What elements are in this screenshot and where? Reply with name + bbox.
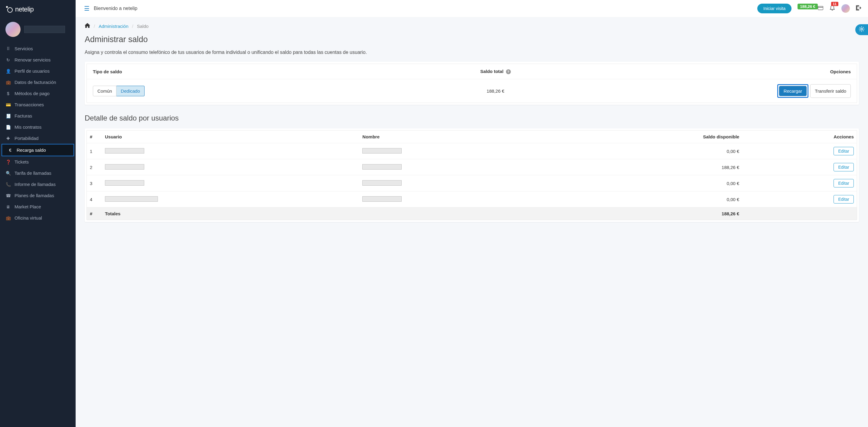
sidebar-item-facturas[interactable]: 🧾Facturas bbox=[0, 110, 75, 121]
recharge-button[interactable]: Recargar bbox=[779, 86, 807, 96]
table-row: 2188,26 €Editar bbox=[87, 159, 857, 175]
sidebar-profile[interactable] bbox=[0, 19, 75, 43]
sidebar-item-tickets[interactable]: ❓Tickets bbox=[0, 156, 75, 168]
sidebar-nav: ⠿Servicios↻Renovar servicios👤Perfil de u… bbox=[0, 43, 75, 224]
svg-rect-1 bbox=[818, 7, 823, 7]
balance-panel: Tipo de saldo Saldo total ? Opciones Com… bbox=[85, 62, 859, 105]
row-number: 1 bbox=[87, 143, 102, 159]
wallet-icon bbox=[818, 5, 823, 11]
sidebar-item-transacciones[interactable]: 💳Transacciones bbox=[0, 99, 75, 110]
sidebar-item-portabilidad[interactable]: ✚Portabilidad bbox=[0, 133, 75, 144]
table-row: 30,00 €Editar bbox=[87, 175, 857, 191]
doc-icon: 🧾 bbox=[5, 114, 11, 118]
sidebar-item-label: Market Place bbox=[14, 204, 41, 209]
sidebar: netelip ⠿Servicios↻Renovar servicios👤Per… bbox=[0, 0, 75, 427]
card-icon: 💳 bbox=[5, 102, 11, 107]
user-icon: 👤 bbox=[5, 69, 11, 74]
toggle-dedicated[interactable]: Dedicado bbox=[117, 86, 144, 96]
sidebar-item-label: Mis contratos bbox=[14, 124, 41, 130]
edit-button[interactable]: Editar bbox=[834, 195, 854, 203]
dollar-icon: $ bbox=[5, 91, 11, 96]
page-description: Asigna y controla el consumo telefónico … bbox=[85, 50, 859, 55]
sidebar-item-planes-de-llamadas[interactable]: ☎Planes de llamadas bbox=[0, 190, 75, 201]
balance-badge: 188,26 € bbox=[798, 4, 818, 9]
sidebar-item-label: Facturas bbox=[14, 113, 32, 118]
edit-button[interactable]: Editar bbox=[834, 163, 854, 171]
row-number: 4 bbox=[87, 191, 102, 207]
brand-logo[interactable]: netelip bbox=[0, 0, 75, 19]
sidebar-item-recarga-saldo[interactable]: €Recarga saldo bbox=[1, 144, 74, 156]
total-balance-value: 188,26 € bbox=[377, 88, 614, 93]
sidebar-item-mis-contratos[interactable]: 📄Mis contratos bbox=[0, 121, 75, 133]
edit-button[interactable]: Editar bbox=[834, 147, 854, 155]
sidebar-item-métodos-de-pago[interactable]: $Métodos de pago bbox=[0, 88, 75, 99]
sidebar-item-label: Informe de llamadas bbox=[14, 182, 56, 187]
totals-label: Totales bbox=[102, 207, 359, 220]
svg-point-2 bbox=[861, 28, 863, 30]
logo-icon bbox=[6, 6, 13, 13]
breadcrumb: / Administración / Saldo bbox=[85, 23, 859, 29]
sidebar-item-label: Servicios bbox=[14, 46, 33, 51]
edit-button[interactable]: Editar bbox=[834, 179, 854, 188]
sidebar-item-market-place[interactable]: 🖥Market Place bbox=[0, 201, 75, 212]
row-number: 3 bbox=[87, 175, 102, 191]
totals-value: 188,26 € bbox=[557, 207, 742, 220]
gear-icon bbox=[859, 26, 865, 34]
monitor-icon: 🖥 bbox=[5, 204, 11, 209]
col-options-header: Opciones bbox=[614, 69, 851, 74]
settings-fab[interactable] bbox=[855, 24, 868, 35]
sidebar-item-label: Oficina virtual bbox=[14, 215, 42, 221]
phone-icon: 📞 bbox=[5, 182, 11, 187]
table-row: 10,00 €Editar bbox=[87, 143, 857, 159]
sidebar-item-label: Tarifa de llamadas bbox=[14, 171, 52, 176]
user-placeholder bbox=[105, 148, 144, 153]
sidebar-item-renovar-servicios[interactable]: ↻Renovar servicios bbox=[0, 54, 75, 65]
menu-toggle-icon[interactable]: ☰ bbox=[84, 5, 90, 12]
help-icon[interactable]: ? bbox=[506, 69, 511, 74]
balance-type-toggle: Común Dedicado bbox=[93, 86, 145, 96]
brand-name: netelip bbox=[15, 5, 34, 13]
name-placeholder bbox=[362, 180, 402, 186]
sidebar-item-label: Planes de llamadas bbox=[14, 193, 54, 198]
sidebar-item-tarifa-de-llamadas[interactable]: 🔍Tarifa de llamadas bbox=[0, 168, 75, 179]
home-icon[interactable] bbox=[85, 23, 90, 29]
sidebar-item-label: Recarga saldo bbox=[17, 147, 46, 153]
row-balance: 0,00 € bbox=[557, 175, 742, 191]
file-icon: 📄 bbox=[5, 125, 11, 130]
user-placeholder bbox=[105, 196, 158, 202]
topbar-avatar[interactable] bbox=[841, 4, 850, 13]
row-number: 2 bbox=[87, 159, 102, 175]
sidebar-item-label: Tickets bbox=[14, 159, 29, 165]
col-type-header: Tipo de saldo bbox=[93, 69, 377, 74]
balance-chip[interactable]: 188,26 € bbox=[798, 5, 823, 12]
sidebar-item-label: Portabilidad bbox=[14, 136, 38, 141]
sidebar-item-oficina-virtual[interactable]: 💼Oficina virtual bbox=[0, 212, 75, 224]
user-balance-table: # Usuario Nombre Saldo disponible Accion… bbox=[87, 131, 857, 220]
logout-icon[interactable] bbox=[856, 5, 862, 12]
th-actions: Acciones bbox=[742, 131, 857, 143]
sidebar-item-label: Transacciones bbox=[14, 102, 44, 107]
refresh-icon: ↻ bbox=[5, 58, 11, 62]
transfer-balance-button[interactable]: Transferir saldo bbox=[810, 84, 851, 98]
start-visit-button[interactable]: Iniciar visita bbox=[757, 4, 792, 13]
sidebar-item-perfil-de-usuarios[interactable]: 👤Perfil de usuarios bbox=[0, 65, 75, 77]
sidebar-item-servicios[interactable]: ⠿Servicios bbox=[0, 43, 75, 54]
svg-rect-0 bbox=[818, 6, 823, 10]
row-balance: 0,00 € bbox=[557, 191, 742, 207]
name-placeholder bbox=[362, 148, 402, 153]
sidebar-item-label: Datos de facturación bbox=[14, 80, 56, 85]
briefcase2-icon: 💼 bbox=[5, 216, 11, 221]
notifications-button[interactable]: 11 bbox=[829, 5, 835, 12]
col-total-header: Saldo total bbox=[480, 69, 503, 74]
sidebar-item-datos-de-facturación[interactable]: 💼Datos de facturación bbox=[0, 77, 75, 88]
detail-panel: # Usuario Nombre Saldo disponible Accion… bbox=[85, 129, 859, 222]
sidebar-item-informe-de-llamadas[interactable]: 📞Informe de llamadas bbox=[0, 179, 75, 190]
th-available: Saldo disponible bbox=[557, 131, 742, 143]
th-num: # bbox=[87, 131, 102, 143]
toggle-common[interactable]: Común bbox=[93, 86, 117, 96]
breadcrumb-admin-link[interactable]: Administración bbox=[99, 24, 128, 29]
notifications-count: 11 bbox=[831, 2, 838, 6]
welcome-text: Bienvenido a netelip bbox=[94, 6, 137, 11]
search-icon: 🔍 bbox=[5, 171, 11, 176]
name-placeholder bbox=[362, 164, 402, 170]
